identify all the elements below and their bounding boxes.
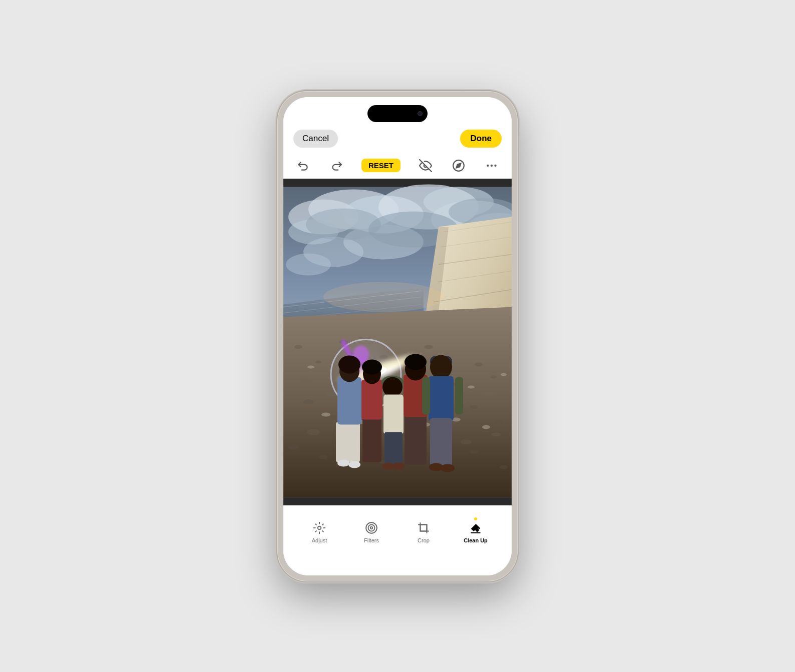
svg-point-46 xyxy=(491,375,497,378)
reset-button[interactable]: RESET xyxy=(361,159,401,172)
svg-point-35 xyxy=(323,282,444,312)
cleanup-label: Clean Up xyxy=(464,537,488,543)
svg-point-48 xyxy=(330,415,337,419)
svg-point-103 xyxy=(337,459,349,466)
svg-point-82 xyxy=(468,385,475,388)
svg-point-120 xyxy=(430,355,452,379)
svg-rect-124 xyxy=(430,418,452,465)
svg-point-45 xyxy=(475,362,483,366)
svg-point-118 xyxy=(405,354,427,370)
tab-crop[interactable]: Crop xyxy=(398,520,450,543)
crop-label: Crop xyxy=(418,537,430,543)
camera-dot xyxy=(418,111,423,116)
svg-point-61 xyxy=(469,450,478,454)
svg-point-89 xyxy=(482,425,490,429)
svg-point-114 xyxy=(392,462,405,469)
svg-point-70 xyxy=(307,429,320,435)
photo-area[interactable] xyxy=(283,179,512,505)
svg-point-77 xyxy=(307,365,314,368)
done-button[interactable]: Done xyxy=(460,130,502,148)
svg-point-3 xyxy=(487,164,489,166)
svg-point-64 xyxy=(326,392,336,396)
svg-rect-115 xyxy=(405,414,427,464)
svg-point-84 xyxy=(321,412,330,416)
svg-point-4 xyxy=(491,164,493,166)
undo-button[interactable] xyxy=(295,158,311,174)
adjust-icon xyxy=(312,520,327,535)
cleanup-active-dot xyxy=(474,517,477,520)
svg-rect-112 xyxy=(384,432,403,464)
photo-scene xyxy=(283,179,512,505)
svg-point-18 xyxy=(306,208,381,240)
more-options-icon[interactable] xyxy=(484,158,500,174)
svg-point-129 xyxy=(368,524,375,531)
adjust-label: Adjust xyxy=(312,537,327,543)
filters-icon xyxy=(364,520,379,535)
svg-point-102 xyxy=(338,355,360,373)
eye-slash-icon[interactable] xyxy=(418,158,434,174)
svg-point-37 xyxy=(294,345,302,349)
svg-rect-122 xyxy=(422,377,430,414)
svg-point-83 xyxy=(501,373,507,376)
svg-rect-132 xyxy=(471,532,481,533)
tab-cleanup[interactable]: Clean Up xyxy=(450,520,502,543)
svg-rect-111 xyxy=(383,394,404,434)
person-3 xyxy=(381,375,405,469)
svg-point-62 xyxy=(500,465,508,469)
svg-rect-123 xyxy=(455,377,463,414)
dynamic-island xyxy=(367,105,428,122)
svg-point-75 xyxy=(461,439,472,444)
svg-rect-105 xyxy=(362,417,381,462)
compass-icon[interactable] xyxy=(451,158,467,174)
phone-device: Cancel Done RESET xyxy=(277,91,518,581)
tab-filters[interactable]: Filters xyxy=(345,520,398,543)
svg-point-128 xyxy=(366,522,377,533)
bottom-area: Adjust Filters xyxy=(283,505,512,575)
redo-button[interactable] xyxy=(328,158,344,174)
svg-rect-106 xyxy=(361,379,382,419)
svg-point-5 xyxy=(494,164,496,166)
svg-point-17 xyxy=(286,253,331,275)
svg-point-110 xyxy=(382,377,403,397)
bottom-tab-bar: Adjust Filters xyxy=(283,515,512,553)
svg-point-63 xyxy=(300,379,312,384)
svg-point-54 xyxy=(495,420,502,423)
svg-point-56 xyxy=(319,455,328,459)
tab-adjust[interactable]: Adjust xyxy=(293,520,345,543)
svg-point-76 xyxy=(491,432,501,436)
cancel-button[interactable]: Cancel xyxy=(293,130,338,148)
svg-point-43 xyxy=(424,345,433,349)
svg-point-130 xyxy=(370,526,372,528)
crop-icon xyxy=(416,520,431,535)
svg-point-55 xyxy=(288,444,299,449)
filters-label: Filters xyxy=(364,537,379,543)
svg-point-108 xyxy=(362,359,382,374)
svg-rect-121 xyxy=(429,376,454,421)
svg-rect-100 xyxy=(337,377,361,424)
phone-screen: Cancel Done RESET xyxy=(283,97,512,575)
svg-point-104 xyxy=(348,461,360,468)
svg-point-127 xyxy=(318,526,321,529)
svg-point-47 xyxy=(303,399,313,404)
person-2 xyxy=(361,359,382,462)
svg-marker-2 xyxy=(456,163,461,168)
svg-point-126 xyxy=(441,464,455,472)
svg-rect-131 xyxy=(421,524,427,531)
svg-rect-99 xyxy=(336,422,360,462)
edit-toolbar: RESET xyxy=(283,154,512,179)
svg-point-53 xyxy=(470,405,478,409)
person-1 xyxy=(336,355,361,468)
svg-point-69 xyxy=(483,392,494,397)
cleanup-icon xyxy=(468,520,483,535)
svg-point-38 xyxy=(315,360,321,363)
